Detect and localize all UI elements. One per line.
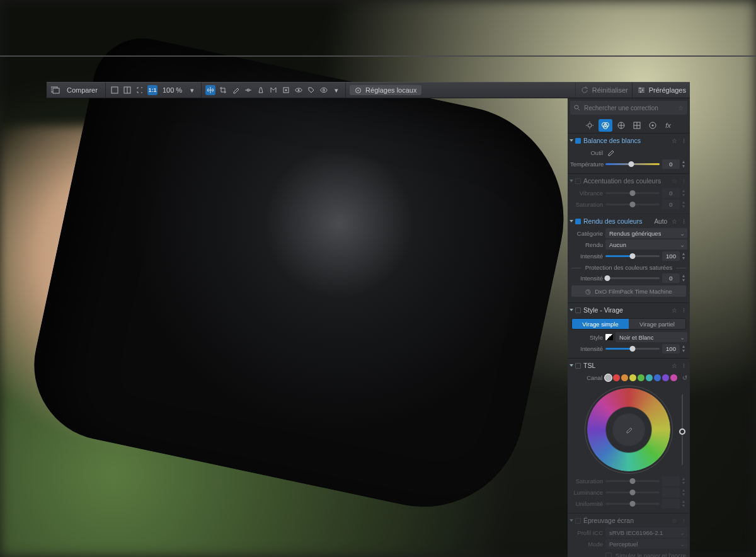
- retouch-tool-icon[interactable]: [281, 85, 291, 95]
- filmpack-button[interactable]: ◷ DxO FilmPack Time Machine: [571, 285, 686, 297]
- tsl-uniformity-value[interactable]: [662, 499, 680, 508]
- toning-intensity-slider[interactable]: [605, 348, 660, 350]
- channel-swatch[interactable]: [638, 374, 644, 381]
- intensity-value[interactable]: 100: [662, 251, 680, 261]
- favorite-icon[interactable]: ☆: [671, 137, 678, 144]
- saturation-slider[interactable]: [605, 204, 660, 205]
- toning-intensity-value[interactable]: 100: [662, 344, 680, 353]
- favorite-icon[interactable]: ☆: [671, 218, 678, 225]
- zoom-dropdown-icon[interactable]: ▾: [187, 85, 197, 95]
- compare-icon[interactable]: [50, 85, 60, 95]
- zoom-level[interactable]: 100 %: [160, 86, 185, 94]
- tsl-saturation-value[interactable]: [662, 476, 680, 486]
- saturation-value[interactable]: 0: [662, 200, 680, 209]
- expand-icon[interactable]: ⁝: [680, 517, 687, 524]
- render-mode-dropdown[interactable]: Perceptuel: [605, 539, 687, 549]
- expand-icon[interactable]: ⁝: [680, 362, 687, 369]
- channel-swatch[interactable]: [605, 374, 612, 381]
- fit-view-icon[interactable]: [135, 85, 145, 95]
- search-correction-input[interactable]: Rechercher une correction ☆: [570, 101, 687, 115]
- favorite-icon[interactable]: ☆: [671, 178, 678, 185]
- single-view-icon[interactable]: [110, 85, 120, 95]
- disclosure-icon[interactable]: [570, 139, 573, 142]
- protect-intensity-value[interactable]: 0: [662, 273, 680, 283]
- favorite-icon[interactable]: ☆: [671, 517, 678, 524]
- presets-icon[interactable]: [636, 85, 646, 95]
- section-toggle[interactable]: [575, 363, 581, 369]
- channel-swatch[interactable]: [621, 374, 628, 381]
- eyedropper-icon[interactable]: [624, 425, 633, 434]
- move-tool-icon[interactable]: [205, 85, 215, 95]
- channel-swatch[interactable]: [613, 374, 620, 381]
- auto-label[interactable]: Auto: [654, 218, 667, 225]
- expand-icon[interactable]: ⁝: [680, 307, 687, 314]
- toning-mode-segment[interactable]: Virage simple Virage partiel: [571, 318, 686, 330]
- channel-swatch[interactable]: [646, 374, 653, 381]
- disclosure-icon[interactable]: [570, 309, 573, 311]
- expand-icon[interactable]: ⁝: [680, 178, 687, 185]
- stepper-icon[interactable]: ▴▾: [682, 200, 687, 209]
- stepper-icon[interactable]: ▴▾: [682, 251, 687, 260]
- temperature-value[interactable]: 0: [662, 159, 680, 169]
- section-toggle[interactable]: [575, 518, 581, 524]
- section-toggle[interactable]: [575, 138, 581, 144]
- simulate-paper-checkbox[interactable]: Simuler le papier et l'encre: [568, 549, 690, 557]
- section-toggle[interactable]: [575, 178, 581, 184]
- disclosure-icon[interactable]: [570, 220, 573, 222]
- reset-icon[interactable]: [580, 85, 590, 95]
- wheel-lum-slider[interactable]: [678, 394, 687, 465]
- compare-button[interactable]: Comparer: [63, 85, 101, 95]
- tab-local[interactable]: [646, 119, 660, 132]
- channel-swatch[interactable]: [629, 374, 636, 381]
- stepper-icon[interactable]: ▴▾: [682, 273, 687, 282]
- tab-effects[interactable]: fx: [662, 119, 675, 132]
- eyedropper-tool-icon[interactable]: [231, 85, 241, 95]
- search-star-icon[interactable]: ☆: [678, 105, 684, 112]
- stepper-icon[interactable]: ▴▾: [682, 499, 687, 508]
- vibrance-slider[interactable]: [605, 192, 660, 194]
- channel-swatch[interactable]: [670, 374, 677, 381]
- color-wheel[interactable]: [587, 388, 670, 471]
- stepper-icon[interactable]: ▴▾: [682, 488, 687, 497]
- category-dropdown[interactable]: Rendus génériques: [605, 228, 687, 238]
- stepper-icon[interactable]: ▴▾: [682, 476, 687, 485]
- stepper-icon[interactable]: ▴▾: [682, 159, 687, 168]
- temperature-slider[interactable]: [605, 163, 660, 165]
- favorite-icon[interactable]: ☆: [671, 307, 678, 314]
- wb-eyedropper-icon[interactable]: [605, 147, 616, 158]
- icc-profile-dropdown[interactable]: sRVB IEC61966-2.1: [605, 527, 687, 537]
- seg-partial[interactable]: Virage partiel: [629, 319, 685, 329]
- tsl-saturation-slider[interactable]: [605, 480, 660, 482]
- tag-tool-icon[interactable]: [306, 85, 316, 95]
- tsl-luminance-value[interactable]: [662, 488, 680, 497]
- tsl-uniformity-slider[interactable]: [605, 503, 660, 505]
- disclosure-icon[interactable]: [570, 364, 573, 367]
- crop-tool-icon[interactable]: [218, 85, 228, 95]
- tsl-luminance-slider[interactable]: [605, 491, 660, 493]
- style-dropdown[interactable]: Noir et Blanc: [616, 332, 687, 342]
- tab-detail[interactable]: [614, 119, 628, 132]
- tab-light[interactable]: [583, 119, 597, 132]
- perspective-tool-icon[interactable]: [256, 85, 266, 95]
- stepper-icon[interactable]: ▴▾: [682, 188, 687, 197]
- horizon-tool-icon[interactable]: [243, 85, 253, 95]
- channel-swatch[interactable]: [654, 374, 661, 381]
- channel-swatch[interactable]: [662, 374, 669, 381]
- reset-channel-icon[interactable]: ↺: [682, 374, 687, 381]
- expand-icon[interactable]: ⁝: [680, 137, 687, 144]
- preview-tool-icon[interactable]: [319, 85, 329, 95]
- section-toggle[interactable]: [575, 307, 581, 313]
- disclosure-icon[interactable]: [570, 519, 573, 522]
- intensity-slider[interactable]: [605, 255, 660, 257]
- expand-icon[interactable]: ⁝: [680, 218, 687, 225]
- channel-swatches[interactable]: [605, 374, 677, 381]
- render-dropdown[interactable]: Aucun: [605, 239, 687, 250]
- tab-geometry[interactable]: [630, 119, 644, 132]
- guide-tool-icon[interactable]: [268, 85, 278, 95]
- stepper-icon[interactable]: ▴▾: [682, 344, 687, 353]
- favorite-icon[interactable]: ☆: [671, 362, 678, 369]
- redeye-tool-icon[interactable]: [294, 85, 304, 95]
- seg-simple[interactable]: Virage simple: [572, 319, 629, 329]
- preview-chevron-icon[interactable]: ▾: [331, 85, 341, 95]
- split-view-icon[interactable]: [122, 85, 132, 95]
